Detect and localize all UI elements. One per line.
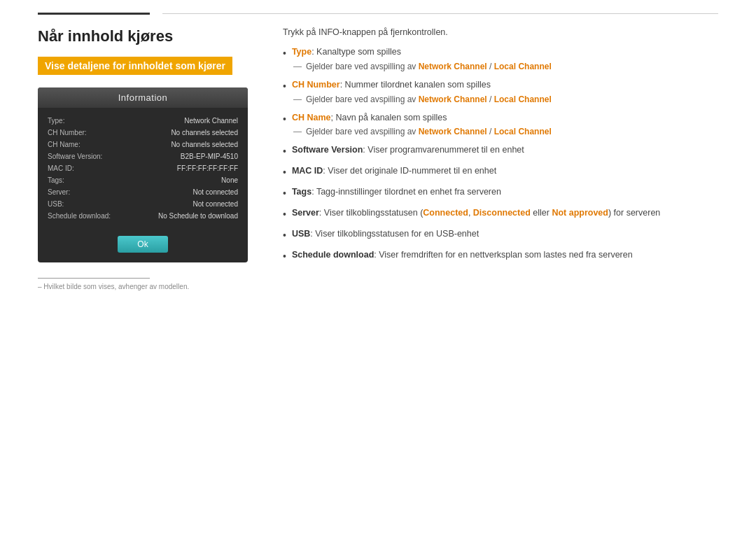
bullet-dot: •: [283, 112, 286, 127]
bullet-content: Type: Kanaltype som spilles — Gjelder ba…: [292, 45, 718, 73]
info-panel-header: Information: [38, 87, 248, 108]
top-bar-short-line: [38, 13, 150, 15]
text-schedule-download: : Viser fremdriften for en nettverksplan…: [374, 250, 632, 260]
list-item-mac-id: • MAC ID: Viser det originale ID-nummere…: [283, 164, 718, 180]
term-schedule-download: Schedule download: [292, 250, 374, 260]
bullet-list: • Type: Kanaltype som spilles — Gjelder …: [283, 45, 718, 264]
info-value-usb: Not connected: [193, 200, 239, 208]
info-label-ch-number: CH Number:: [48, 129, 111, 136]
bullet-content: CH Name; Navn på kanalen som spilles — G…: [292, 111, 718, 139]
sub-text-ch-name: Gjelder bare ved avspilling av Network C…: [306, 125, 552, 138]
term-type: Type: [292, 47, 312, 57]
info-label-server: Server:: [48, 188, 111, 196]
bullet-dot: •: [283, 249, 286, 264]
bullet-content: USB: Viser tilkoblingsstatusen for en US…: [292, 227, 718, 241]
page-title: Når innhold kjøres: [38, 27, 255, 45]
bullet-dot: •: [283, 186, 286, 201]
list-item-software-version: • Software Version: Viser programvarenum…: [283, 143, 718, 159]
text-eller: eller: [531, 208, 552, 218]
sub-note-ch-name: — Gjelder bare ved avspilling av Network…: [293, 125, 718, 138]
info-value-type: Network Channel: [184, 117, 238, 125]
text-usb: : Viser tilkoblingsstatusen for en USB-e…: [310, 229, 479, 239]
text-type: : Kanaltype som spilles: [312, 47, 401, 57]
footnote-line: [38, 278, 150, 279]
bullet-content: Software Version: Viser programvarenumme…: [292, 143, 718, 157]
intro-text: Trykk på INFO-knappen på fjernkontrollen…: [283, 27, 718, 37]
info-value-ch-number: No channels selected: [171, 129, 238, 136]
bullet-content: Schedule download: Viser fremdriften for…: [292, 248, 718, 262]
info-value-sw-version: B2B-EP-MIP-4510: [181, 153, 238, 160]
right-panel: Trykk på INFO-knappen på fjernkontrollen…: [283, 27, 718, 290]
info-label-mac-id: MAC ID:: [48, 164, 111, 172]
term-software-version: Software Version: [292, 145, 363, 155]
term-ch-name: CH Name: [292, 113, 331, 122]
highlight-label: Vise detaljene for innholdet som kjører: [38, 57, 232, 75]
table-row: Server: Not connected: [48, 186, 238, 198]
term-mac-id: MAC ID: [292, 166, 323, 176]
info-label-usb: USB:: [48, 200, 111, 208]
info-panel-footer: Ok: [38, 229, 248, 262]
info-value-tags: None: [221, 176, 238, 184]
term-server: Server: [292, 208, 319, 218]
connected-text: Connected: [423, 208, 468, 218]
sub-note-ch-number: — Gjelder bare ved avspilling av Network…: [293, 93, 718, 106]
main-content: Når innhold kjøres Vise detaljene for in…: [0, 27, 756, 290]
info-value-schedule: No Schedule to download: [158, 212, 238, 220]
bullet-content: Tags: Tagg-innstillinger tilordnet en en…: [292, 185, 718, 199]
info-label-tags: Tags:: [48, 176, 111, 184]
info-label-schedule: Schedule download:: [48, 212, 111, 220]
left-panel: Når innhold kjøres Vise detaljene for in…: [38, 27, 255, 290]
text-server-after: ) for serveren: [608, 208, 660, 218]
sub-text-type: Gjelder bare ved avspilling av Network C…: [306, 60, 552, 73]
info-label-type: Type:: [48, 117, 111, 125]
text-ch-name: ; Navn på kanalen som spilles: [330, 113, 447, 122]
info-panel: Information Type: Network Channel CH Num…: [38, 87, 248, 262]
notapproved-text: Not approved: [552, 208, 608, 218]
table-row: Type: Network Channel: [48, 115, 238, 127]
text-mac-id: : Viser det originale ID-nummeret til en…: [323, 166, 496, 176]
sub-note-type: — Gjelder bare ved avspilling av Network…: [293, 60, 718, 73]
text-comma: ,: [468, 208, 473, 218]
bullet-dot: •: [283, 207, 286, 222]
info-value-server: Not connected: [193, 188, 239, 196]
table-row: USB: Not connected: [48, 198, 238, 210]
footnote: – Hvilket bilde som vises, avhenger av m…: [38, 283, 255, 290]
text-ch-number: : Nummer tilordnet kanalen som spilles: [340, 80, 491, 90]
list-item-ch-number: • CH Number: Nummer tilordnet kanalen so…: [283, 78, 718, 106]
table-row: Schedule download: No Schedule to downlo…: [48, 210, 238, 222]
top-bar-long-line: [162, 13, 718, 14]
list-item-server: • Server: Viser tilkoblingsstatusen (Con…: [283, 206, 718, 222]
table-row: CH Number: No channels selected: [48, 127, 238, 139]
list-item-schedule-download: • Schedule download: Viser fremdriften f…: [283, 248, 718, 264]
text-tags: : Tagg-innstillinger tilordnet en enhet …: [312, 187, 501, 197]
list-item-type: • Type: Kanaltype som spilles — Gjelder …: [283, 45, 718, 73]
list-item-ch-name: • CH Name; Navn på kanalen som spilles —…: [283, 111, 718, 139]
bullet-dot: •: [283, 46, 286, 61]
text-server-before: : Viser tilkoblingsstatusen (: [319, 208, 423, 218]
table-row: Tags: None: [48, 174, 238, 186]
list-item-usb: • USB: Viser tilkoblingsstatusen for en …: [283, 227, 718, 243]
table-row: CH Name: No channels selected: [48, 139, 238, 150]
table-row: MAC ID: FF:FF:FF:FF:FF:FF: [48, 162, 238, 174]
top-bar: [0, 0, 756, 15]
bullet-dot: •: [283, 144, 286, 159]
bullet-dot: •: [283, 228, 286, 243]
term-usb: USB: [292, 229, 310, 239]
text-software-version: : Viser programvarenummeret til en enhet: [363, 145, 524, 155]
info-value-ch-name: No channels selected: [171, 141, 238, 148]
ok-button[interactable]: Ok: [118, 236, 167, 253]
bullet-content: MAC ID: Viser det originale ID-nummeret …: [292, 164, 718, 178]
list-item-tags: • Tags: Tagg-innstillinger tilordnet en …: [283, 185, 718, 201]
term-tags: Tags: [292, 187, 312, 197]
info-label-sw-version: Software Version:: [48, 153, 111, 160]
info-panel-body: Type: Network Channel CH Number: No chan…: [38, 108, 248, 229]
info-value-mac-id: FF:FF:FF:FF:FF:FF: [177, 164, 238, 172]
bullet-content: CH Number: Nummer tilordnet kanalen som …: [292, 78, 718, 106]
term-ch-number: CH Number: [292, 80, 340, 90]
sub-text-ch-number: Gjelder bare ved avspilling av Network C…: [306, 93, 552, 106]
info-label-ch-name: CH Name:: [48, 141, 111, 148]
disconnected-text: Disconnected: [473, 208, 531, 218]
bullet-dot: •: [283, 165, 286, 180]
table-row: Software Version: B2B-EP-MIP-4510: [48, 150, 238, 162]
bullet-content: Server: Viser tilkoblingsstatusen (Conne…: [292, 206, 718, 220]
